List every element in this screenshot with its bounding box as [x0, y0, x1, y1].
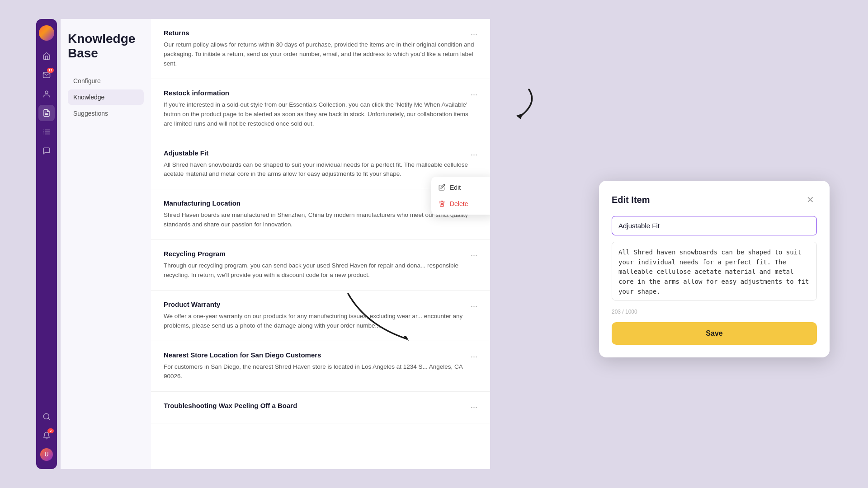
kb-item-body: For customers in San Diego, the nearest …	[164, 362, 477, 381]
sidebar-item-inbox[interactable]: 11	[38, 67, 55, 83]
sidebar-item-users[interactable]	[38, 86, 55, 102]
kb-item-title: Recycling Program	[164, 250, 477, 258]
kb-item-title: Returns	[164, 29, 477, 37]
bell-badge: 2	[47, 428, 54, 433]
context-menu-delete[interactable]: Delete	[431, 196, 490, 212]
kb-item-warranty: Product Warranty We offer a one-year war…	[151, 291, 490, 341]
modal-header: Edit Item ✕	[612, 193, 817, 206]
kb-item-more-troubleshooting[interactable]: ···	[467, 401, 481, 414]
modal-close-button[interactable]: ✕	[804, 193, 817, 206]
sidebar-item-avatar[interactable]: U	[38, 446, 55, 463]
kb-item-body: We offer a one-year warranty on our prod…	[164, 312, 477, 331]
kb-item-body: Through our recycling program, you can s…	[164, 261, 477, 280]
context-delete-label: Delete	[450, 200, 468, 207]
sidebar-item-list[interactable]	[38, 124, 55, 140]
app-logo[interactable]	[39, 25, 54, 41]
sidebar-item-home[interactable]	[38, 48, 55, 64]
kb-item-title: Nearest Store Location for San Diego Cus…	[164, 351, 477, 359]
kb-item-title: Troubleshooting Wax Peeling Off a Board	[164, 402, 477, 409]
kb-item-more-nearest-store[interactable]: ···	[467, 350, 481, 363]
search-icon	[42, 413, 51, 421]
users-icon	[42, 90, 51, 98]
kb-item-title: Restock information	[164, 89, 477, 97]
title-input[interactable]	[612, 216, 817, 235]
sidebar-item-search[interactable]	[38, 408, 55, 425]
kb-item-body: If you're interested in a sold-out style…	[164, 100, 477, 129]
nav-item-suggestions[interactable]: Suggestions	[68, 106, 144, 121]
sidebar-item-bell[interactable]: 2	[38, 427, 55, 444]
svg-marker-11	[516, 113, 523, 119]
modal-title: Edit Item	[612, 195, 650, 205]
save-button[interactable]: Save	[612, 322, 817, 345]
home-icon	[42, 52, 51, 60]
kb-item-restock: Restock information If you're interested…	[151, 79, 490, 139]
context-menu: Edit Delete	[431, 177, 490, 215]
kb-item-more-returns[interactable]: ···	[467, 28, 481, 41]
sidebar-item-chat[interactable]	[38, 143, 55, 159]
main-content: Returns Our return policy allows for ret…	[151, 19, 490, 469]
sidebar: 11 2 U	[36, 19, 57, 469]
kb-item-troubleshooting: Troubleshooting Wax Peeling Off a Board …	[151, 392, 490, 423]
kb-item-body: All Shred haven snowboards can be shaped…	[164, 160, 477, 179]
content-textarea[interactable]	[612, 242, 817, 300]
edit-modal: Edit Item ✕ 203 / 1000 Save	[599, 181, 830, 357]
context-menu-edit[interactable]: Edit	[431, 179, 490, 196]
nav-item-knowledge[interactable]: Knowledge	[68, 89, 144, 105]
char-count: 203 / 1000	[612, 309, 817, 315]
modal-title-field	[612, 216, 817, 235]
kb-item-title: Product Warranty	[164, 300, 477, 308]
inbox-badge: 11	[47, 68, 54, 73]
modal-content-field	[612, 242, 817, 302]
left-panel: Knowledge Base Configure Knowledge Sugge…	[61, 19, 151, 469]
nav-item-configure[interactable]: Configure	[68, 73, 144, 89]
kb-item-more-adjustable[interactable]: ···	[467, 148, 481, 161]
kb-item-title: Manufacturing Location	[164, 199, 477, 207]
user-avatar: U	[40, 448, 53, 461]
page-title: Knowledge Base	[68, 32, 144, 61]
svg-line-10	[48, 418, 49, 419]
sidebar-item-docs[interactable]	[38, 105, 55, 121]
kb-item-recycling: Recycling Program Through our recycling …	[151, 240, 490, 291]
svg-point-0	[45, 91, 48, 94]
docs-icon	[42, 109, 51, 117]
kb-item-body: Shred Haven boards are manufactured in S…	[164, 211, 477, 230]
kb-item-more-recycling[interactable]: ···	[467, 249, 481, 262]
list-icon	[42, 128, 51, 136]
kb-item-more-restock[interactable]: ···	[467, 88, 481, 101]
edit-icon	[439, 184, 445, 191]
kb-item-body: Our return policy allows for returns wit…	[164, 40, 477, 69]
kb-item-returns: Returns Our return policy allows for ret…	[151, 19, 490, 79]
context-edit-label: Edit	[450, 184, 461, 191]
kb-item-title: Adjustable Fit	[164, 149, 477, 157]
kb-item-nearest-store: Nearest Store Location for San Diego Cus…	[151, 341, 490, 392]
chat-icon	[42, 147, 51, 155]
kb-item-more-warranty[interactable]: ···	[467, 300, 481, 313]
trash-icon	[439, 200, 445, 207]
arrow-edit-annotation	[484, 85, 538, 130]
